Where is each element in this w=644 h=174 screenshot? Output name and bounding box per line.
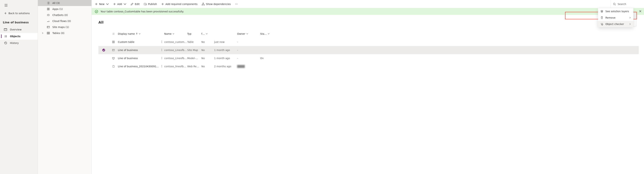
layers-icon	[600, 10, 603, 13]
chevron-right-icon	[629, 16, 631, 19]
list-icon	[112, 32, 115, 35]
row-more-button[interactable]	[162, 57, 162, 60]
pencil-icon	[130, 3, 134, 6]
more-icon	[235, 3, 238, 6]
row-f: No	[202, 40, 214, 43]
tree-apps-label: Apps (1)	[52, 8, 63, 10]
svg-point-28	[162, 42, 162, 43]
svg-rect-33	[112, 57, 114, 59]
row-owner: ████	[237, 65, 260, 68]
nav-history[interactable]: History	[0, 40, 38, 46]
nav-objects-label: Objects	[10, 35, 20, 38]
success-icon	[95, 10, 98, 13]
table-row[interactable]: Custom tablecontoso_customt…TableNojust …	[98, 38, 639, 46]
nav-objects[interactable]: Objects	[0, 33, 38, 40]
svg-rect-8	[48, 9, 50, 10]
new-label: New	[99, 3, 104, 6]
menu-see-layers-label: See solution layers	[606, 10, 629, 13]
svg-rect-0	[4, 28, 7, 30]
table-row[interactable]: Line of businesscontoso_Lineofb…Model-…N…	[98, 54, 639, 62]
tree-tables[interactable]: Tables (0)	[38, 30, 92, 36]
new-button[interactable]: New	[93, 2, 110, 6]
svg-point-19	[235, 4, 236, 4]
column-state[interactable]: Sta…	[260, 32, 271, 35]
tree-sitemaps[interactable]: Site maps (1)	[38, 24, 92, 30]
column-icon-header[interactable]	[109, 32, 118, 35]
svg-point-21	[237, 4, 238, 4]
column-f[interactable]: f…	[202, 32, 214, 35]
hamburger-button[interactable]	[0, 0, 38, 10]
left-nav: Back to solutions Line of business Overv…	[0, 0, 38, 174]
svg-point-20	[236, 4, 236, 4]
column-type[interactable]: Typ	[187, 32, 202, 35]
tree-all[interactable]: All (3)	[38, 0, 92, 6]
add-button[interactable]: Add	[111, 2, 128, 6]
tree-apps[interactable]: Apps (1)	[38, 6, 92, 12]
row-name: contoso_lineofbu…	[164, 65, 187, 68]
svg-point-32	[162, 50, 162, 51]
content-heading: All	[98, 20, 644, 24]
row-checkbox[interactable]	[102, 49, 105, 52]
apps-icon	[47, 8, 50, 10]
show-dependencies-button[interactable]: Show dependencies	[200, 2, 232, 6]
row-display-name: Custom table	[118, 40, 134, 43]
col-type-label: Typ	[187, 32, 192, 35]
search-box[interactable]: Search	[610, 0, 644, 8]
overflow-button[interactable]	[233, 2, 240, 6]
main-panel: New Add Edit Publish Add required compon…	[92, 0, 644, 174]
hamburger-icon	[4, 4, 8, 7]
column-display-name[interactable]: Display name	[118, 32, 164, 35]
row-type: Web Re…	[187, 65, 202, 68]
chevron-down-icon	[139, 33, 140, 35]
row-more-button[interactable]	[162, 49, 162, 52]
tree-chatbots[interactable]: Chatbots (0)	[38, 12, 92, 18]
row-owner: -	[237, 49, 260, 52]
column-owner[interactable]: Owner	[237, 32, 260, 35]
column-name[interactable]: Name	[164, 32, 187, 35]
row-modified: just now	[214, 40, 237, 43]
row-name: contoso_Lineofb…	[164, 49, 187, 52]
row-type-icon	[109, 49, 118, 51]
row-state: On	[260, 57, 271, 60]
row-modified: 1 month ago	[214, 49, 237, 52]
row-more-button[interactable]	[162, 40, 162, 44]
svg-rect-16	[203, 3, 204, 4]
menu-object-checker[interactable]: Object checker	[598, 21, 634, 27]
chevron-down-icon	[206, 33, 208, 35]
row-type: Site Map	[187, 49, 202, 52]
table-row[interactable]: Line of businesscontoso_Lineofb…Site Map…	[98, 46, 639, 54]
close-icon	[639, 10, 642, 12]
sitemap-icon	[47, 26, 50, 29]
row-more-button[interactable]	[162, 65, 162, 68]
chevron-right-icon	[42, 32, 44, 34]
publish-button[interactable]: Publish	[142, 2, 159, 6]
nav-overview[interactable]: Overview	[0, 26, 38, 33]
back-to-solutions-link[interactable]: Back to solutions	[0, 10, 38, 17]
row-owner: -	[237, 40, 260, 43]
table-row[interactable]: Line of business_20210430091…contoso_lin…	[98, 62, 639, 70]
menu-remove[interactable]: Remove	[598, 14, 634, 21]
svg-point-31	[162, 50, 162, 50]
row-modified: 1 month ago	[214, 57, 237, 60]
success-notification: Your table contoso_Customtable has been …	[92, 8, 644, 15]
row-name: contoso_Lineofb…	[164, 57, 187, 60]
menu-see-solution-layers[interactable]: See solution layers	[598, 8, 634, 14]
svg-point-23	[602, 24, 603, 24]
close-notification-button[interactable]	[639, 10, 642, 13]
svg-point-39	[162, 66, 162, 66]
add-required-button[interactable]: Add required components	[160, 2, 199, 6]
row-type-icon	[109, 41, 118, 43]
tree-cloudflows[interactable]: Cloud flows (0)	[38, 18, 92, 24]
row-f: No	[202, 49, 214, 52]
row-name: contoso_customt…	[164, 40, 187, 43]
back-label: Back to solutions	[8, 12, 30, 15]
row-f: No	[202, 57, 214, 60]
chevron-down-icon	[106, 3, 109, 6]
edit-button[interactable]: Edit	[129, 2, 142, 6]
table-header: Display name Name Typ f… Owner	[98, 30, 639, 38]
table-icon	[47, 32, 50, 35]
row-type-icon	[109, 57, 118, 60]
col-state-label: Sta…	[260, 32, 267, 35]
plus-icon	[95, 3, 98, 6]
row-display-name: Line of business	[118, 49, 138, 52]
